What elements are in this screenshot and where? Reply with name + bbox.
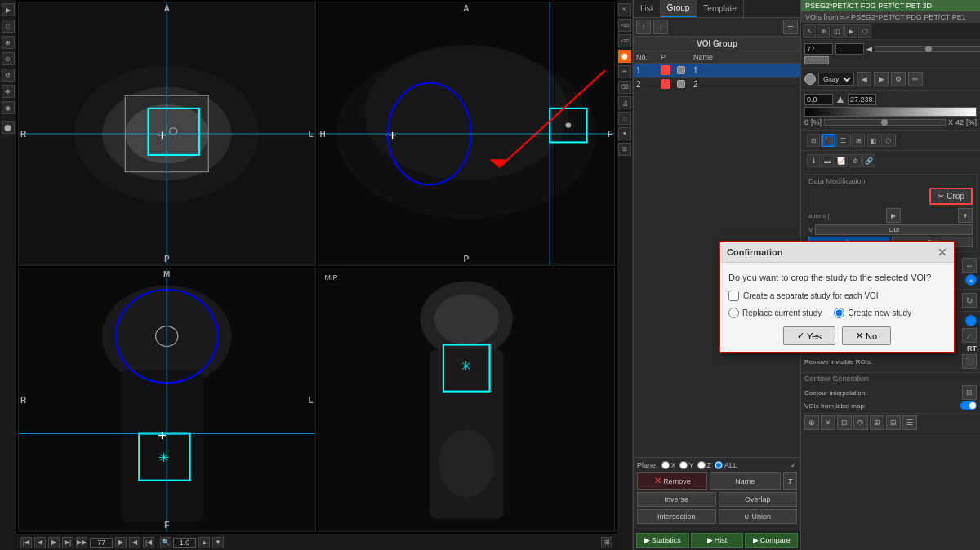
opt-dropdown[interactable]: ▼ [958, 208, 973, 223]
hist-btn[interactable]: ▶ Hist [691, 533, 744, 548]
gear-btn[interactable]: ⚙ [849, 154, 862, 167]
plane-y[interactable]: Y [679, 461, 694, 469]
name-btn[interactable]: Name [710, 472, 780, 490]
nav-last-btn[interactable]: ▶▶ [76, 537, 87, 548]
plane-rot-btn[interactable]: ↻ [962, 293, 977, 308]
zoom-down-btn[interactable]: ▼ [212, 537, 224, 548]
toolbar-btn-7[interactable]: ◉ [2, 101, 15, 114]
view-btn-5[interactable]: ◧ [867, 134, 880, 147]
n-vois-btn[interactable]: ↔ [962, 258, 977, 273]
settings-cursor-btn[interactable]: ↖ [803, 24, 816, 38]
s-icon-7[interactable]: ☰ [902, 415, 917, 430]
s-icon-6[interactable]: ⊟ [886, 415, 901, 430]
split-toggle[interactable]: ● [965, 274, 977, 286]
dialog-no-btn[interactable]: ✕ No [842, 326, 891, 345]
s-icon-3[interactable]: ⊡ [837, 415, 852, 430]
nav-end-btn[interactable]: |◀ [143, 537, 154, 548]
view-btn-4[interactable]: ⊞ [852, 134, 865, 147]
tab-template[interactable]: Template [697, 0, 744, 17]
s-icon-2[interactable]: ✕ [821, 415, 835, 430]
view-btn-3[interactable]: ☰ [836, 134, 849, 147]
voi-row-1[interactable]: 1 1 [634, 64, 800, 78]
nav-prev-btn[interactable]: ◀ [34, 537, 46, 548]
color-select[interactable]: Gray [818, 73, 854, 86]
mid-btn-circle[interactable]: ⬤ [618, 50, 631, 63]
view-btn-1[interactable]: ⊡ [807, 134, 820, 147]
zoom-up-btn[interactable]: ▲ [198, 537, 210, 548]
dialog-yes-btn[interactable]: ✓ Yes [783, 326, 835, 345]
toolbar-btn-8[interactable]: ⬤ [2, 121, 15, 134]
overlap-btn[interactable]: Overlap [719, 492, 798, 507]
chart-line-btn[interactable]: 📈 [835, 154, 848, 167]
link-btn[interactable]: 🔗 [862, 154, 875, 167]
toolbar-btn-1[interactable]: ▶ [2, 3, 15, 16]
separate-study-checkbox[interactable] [728, 291, 739, 301]
voi-row-2[interactable]: 2 2 [634, 78, 800, 91]
s-icon-4[interactable]: ⟳ [853, 415, 868, 430]
plane-all[interactable]: ALL [715, 461, 737, 469]
info-btn[interactable]: ℹ [807, 154, 820, 167]
staircase-btn[interactable]: ⟋ [962, 328, 977, 343]
inverse-btn[interactable]: Inverse [637, 492, 716, 507]
axial-panel-tl[interactable]: + A P R L [18, 2, 316, 266]
mid-btn-cursor[interactable]: ↖ [618, 3, 631, 16]
max-input[interactable]: 27.23817 [848, 94, 876, 105]
filter-btn[interactable]: ↓ [653, 20, 668, 34]
sagittal-panel-bl[interactable]: ✳ + M F R L [18, 268, 316, 532]
settings-more-btn[interactable]: ⬡ [858, 24, 871, 38]
mid-btn-3d[interactable]: >3D [618, 19, 631, 32]
settings-zoom-btn[interactable]: ⊕ [817, 24, 830, 38]
color-next-btn[interactable]: ▶ [874, 72, 889, 86]
s-icon-1[interactable]: ⊕ [804, 415, 819, 430]
toolbar-btn-6[interactable]: ✥ [2, 85, 15, 98]
zoom-input[interactable]: 1.0 [173, 538, 196, 548]
nav-play-btn[interactable]: ▶ [48, 537, 60, 548]
radio-replace[interactable]: Replace current study [728, 308, 822, 318]
opt-btn-1[interactable]: ▶ [886, 208, 901, 223]
mid-btn-grid[interactable]: ⊞ [618, 143, 631, 156]
compare-btn[interactable]: ▶ Compare [745, 533, 798, 548]
color-settings-btn[interactable]: ⚙ [891, 72, 906, 86]
nav-fwd-btn[interactable]: ▶ [115, 537, 127, 548]
mid-btn-eraser[interactable]: ⌫ [618, 81, 631, 94]
intersection-btn[interactable]: Intersection [637, 509, 716, 524]
mid-btn-rect[interactable]: □ [618, 112, 631, 125]
plane-x[interactable]: X [662, 461, 676, 469]
tab-group[interactable]: Group [661, 0, 697, 17]
mid-btn-print[interactable]: 🖨 [618, 96, 631, 109]
nav-first-btn[interactable]: |◀ [20, 537, 32, 548]
frame-input[interactable]: 77 [90, 538, 113, 548]
mid-btn-pencil[interactable]: ✏ [618, 65, 631, 78]
color-edit-btn[interactable]: ✏ [908, 72, 923, 86]
tab-list[interactable]: List [634, 0, 661, 17]
toolbar-btn-5[interactable]: ↺ [2, 69, 15, 82]
view-btn-6[interactable]: ⬡ [881, 134, 894, 147]
nav-next-btn[interactable]: ▶| [62, 537, 74, 548]
radio-new[interactable]: Create new study [834, 308, 911, 318]
t-btn[interactable]: T [783, 472, 798, 490]
invisible-btn[interactable]: ⬛ [962, 354, 977, 369]
nav-extra-btn[interactable]: ⊞ [601, 537, 612, 548]
crop-btn[interactable]: ✂ Crop [929, 188, 973, 205]
opacity-slider[interactable] [824, 119, 946, 126]
label-map-toggle[interactable] [960, 401, 977, 410]
statistics-btn[interactable]: ▶ Statistics [636, 533, 689, 548]
voi-group-settings[interactable]: ☰ [783, 20, 798, 34]
frame-value-input[interactable]: 77 [804, 43, 833, 55]
union-btn[interactable]: ⊍ Union [719, 509, 798, 524]
frame-slider[interactable] [875, 46, 980, 52]
mid-btn-star[interactable]: ✦ [618, 127, 631, 140]
chart-bar-btn[interactable]: ▬ [821, 154, 834, 167]
color-prev-btn[interactable]: ◀ [857, 72, 871, 86]
toolbar-btn-4[interactable]: ⊙ [2, 52, 15, 65]
dialog-close-btn[interactable]: ✕ [938, 246, 947, 259]
min-input[interactable]: 0.0 [804, 94, 833, 105]
mid-btn-2d[interactable]: >2D [618, 34, 631, 47]
settings-cine-btn[interactable]: ▶ [844, 24, 858, 38]
s-icon-5[interactable]: ⊞ [870, 415, 884, 430]
mip-panel-br[interactable]: ✳ MIP [318, 268, 616, 532]
toolbar-btn-2[interactable]: □ [2, 20, 15, 33]
frame-max-input[interactable]: 1 [835, 43, 864, 55]
nav-bwd-btn[interactable]: ◀ [129, 537, 140, 548]
coronal-panel-tr[interactable]: + A P H F [318, 2, 616, 266]
